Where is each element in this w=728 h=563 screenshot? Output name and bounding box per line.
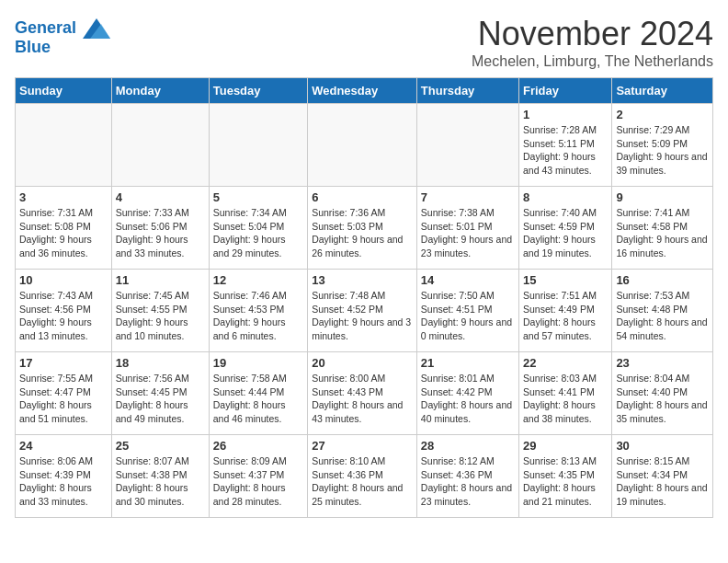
day-info: Sunrise: 7:50 AM Sunset: 4:51 PM Dayligh… xyxy=(421,289,515,343)
day-info: Sunrise: 7:29 AM Sunset: 5:09 PM Dayligh… xyxy=(616,123,709,178)
day-cell: 19Sunrise: 7:58 AM Sunset: 4:44 PM Dayli… xyxy=(209,352,307,435)
day-cell: 23Sunrise: 8:04 AM Sunset: 4:40 PM Dayli… xyxy=(612,352,713,435)
day-info: Sunrise: 7:45 AM Sunset: 4:55 PM Dayligh… xyxy=(116,289,205,343)
day-cell xyxy=(308,104,417,187)
day-info: Sunrise: 8:04 AM Sunset: 4:40 PM Dayligh… xyxy=(616,372,709,426)
header-row: SundayMondayTuesdayWednesdayThursdayFrid… xyxy=(16,78,713,104)
logo-icon xyxy=(83,18,110,39)
col-header-monday: Monday xyxy=(111,78,209,104)
day-info: Sunrise: 8:07 AM Sunset: 4:38 PM Dayligh… xyxy=(116,454,205,509)
day-number: 13 xyxy=(312,273,413,287)
week-row-5: 24Sunrise: 8:06 AM Sunset: 4:39 PM Dayli… xyxy=(16,435,713,518)
day-cell: 9Sunrise: 7:41 AM Sunset: 4:58 PM Daylig… xyxy=(612,187,713,270)
day-info: Sunrise: 8:01 AM Sunset: 4:42 PM Dayligh… xyxy=(421,372,515,426)
day-info: Sunrise: 8:15 AM Sunset: 4:34 PM Dayligh… xyxy=(616,454,709,509)
day-number: 2 xyxy=(616,108,709,121)
day-cell: 18Sunrise: 7:56 AM Sunset: 4:45 PM Dayli… xyxy=(111,352,209,435)
day-number: 29 xyxy=(523,439,608,453)
day-info: Sunrise: 7:33 AM Sunset: 5:06 PM Dayligh… xyxy=(116,206,205,260)
day-cell: 11Sunrise: 7:45 AM Sunset: 4:55 PM Dayli… xyxy=(111,270,209,352)
day-info: Sunrise: 8:13 AM Sunset: 4:35 PM Dayligh… xyxy=(523,454,608,509)
day-cell: 6Sunrise: 7:36 AM Sunset: 5:03 PM Daylig… xyxy=(308,187,417,270)
day-number: 8 xyxy=(523,190,608,204)
day-info: Sunrise: 7:53 AM Sunset: 4:48 PM Dayligh… xyxy=(616,289,709,343)
day-cell: 12Sunrise: 7:46 AM Sunset: 4:53 PM Dayli… xyxy=(209,270,307,352)
day-cell: 25Sunrise: 8:07 AM Sunset: 4:38 PM Dayli… xyxy=(111,435,209,518)
day-info: Sunrise: 8:12 AM Sunset: 4:36 PM Dayligh… xyxy=(421,454,515,509)
day-info: Sunrise: 7:55 AM Sunset: 4:47 PM Dayligh… xyxy=(19,372,108,426)
day-info: Sunrise: 7:28 AM Sunset: 5:11 PM Dayligh… xyxy=(523,123,608,178)
day-number: 20 xyxy=(312,356,413,370)
day-info: Sunrise: 7:43 AM Sunset: 4:56 PM Dayligh… xyxy=(19,289,108,343)
day-number: 21 xyxy=(421,356,515,370)
day-cell: 28Sunrise: 8:12 AM Sunset: 4:36 PM Dayli… xyxy=(416,435,518,518)
day-cell xyxy=(111,104,209,187)
day-number: 19 xyxy=(213,356,303,370)
day-info: Sunrise: 7:51 AM Sunset: 4:49 PM Dayligh… xyxy=(523,289,608,343)
day-cell: 2Sunrise: 7:29 AM Sunset: 5:09 PM Daylig… xyxy=(612,104,713,187)
day-number: 5 xyxy=(213,190,303,204)
day-info: Sunrise: 7:56 AM Sunset: 4:45 PM Dayligh… xyxy=(116,372,205,426)
day-cell: 3Sunrise: 7:31 AM Sunset: 5:08 PM Daylig… xyxy=(16,187,112,270)
day-cell xyxy=(16,104,112,187)
day-number: 7 xyxy=(421,190,515,204)
col-header-friday: Friday xyxy=(519,78,612,104)
day-cell: 29Sunrise: 8:13 AM Sunset: 4:35 PM Dayli… xyxy=(519,435,612,518)
day-info: Sunrise: 7:41 AM Sunset: 4:58 PM Dayligh… xyxy=(616,206,709,260)
day-cell: 4Sunrise: 7:33 AM Sunset: 5:06 PM Daylig… xyxy=(111,187,209,270)
week-row-1: 1Sunrise: 7:28 AM Sunset: 5:11 PM Daylig… xyxy=(16,104,713,187)
day-number: 10 xyxy=(19,273,108,287)
day-info: Sunrise: 8:06 AM Sunset: 4:39 PM Dayligh… xyxy=(19,454,108,509)
day-number: 12 xyxy=(213,273,303,287)
day-cell: 20Sunrise: 8:00 AM Sunset: 4:43 PM Dayli… xyxy=(308,352,417,435)
day-number: 4 xyxy=(116,190,205,204)
week-row-2: 3Sunrise: 7:31 AM Sunset: 5:08 PM Daylig… xyxy=(16,187,713,270)
day-cell: 8Sunrise: 7:40 AM Sunset: 4:59 PM Daylig… xyxy=(519,187,612,270)
month-title: November 2024 xyxy=(472,15,713,53)
week-row-3: 10Sunrise: 7:43 AM Sunset: 4:56 PM Dayli… xyxy=(16,270,713,352)
day-number: 11 xyxy=(116,273,205,287)
day-cell: 13Sunrise: 7:48 AM Sunset: 4:52 PM Dayli… xyxy=(308,270,417,352)
header: General Blue November 2024 Mechelen, Lim… xyxy=(15,15,713,70)
day-info: Sunrise: 7:36 AM Sunset: 5:03 PM Dayligh… xyxy=(312,206,413,260)
day-number: 23 xyxy=(616,356,709,370)
day-cell: 7Sunrise: 7:38 AM Sunset: 5:01 PM Daylig… xyxy=(416,187,518,270)
day-number: 15 xyxy=(523,273,608,287)
day-number: 24 xyxy=(19,439,108,453)
day-cell: 17Sunrise: 7:55 AM Sunset: 4:47 PM Dayli… xyxy=(16,352,112,435)
day-cell xyxy=(209,104,307,187)
col-header-saturday: Saturday xyxy=(612,78,713,104)
day-cell: 5Sunrise: 7:34 AM Sunset: 5:04 PM Daylig… xyxy=(209,187,307,270)
day-number: 18 xyxy=(116,356,205,370)
day-cell: 16Sunrise: 7:53 AM Sunset: 4:48 PM Dayli… xyxy=(612,270,713,352)
day-info: Sunrise: 7:34 AM Sunset: 5:04 PM Dayligh… xyxy=(213,206,303,260)
day-number: 3 xyxy=(19,190,108,204)
day-number: 26 xyxy=(213,439,303,453)
day-cell: 30Sunrise: 8:15 AM Sunset: 4:34 PM Dayli… xyxy=(612,435,713,518)
day-number: 28 xyxy=(421,439,515,453)
day-number: 6 xyxy=(312,190,413,204)
day-info: Sunrise: 7:40 AM Sunset: 4:59 PM Dayligh… xyxy=(523,206,608,260)
day-number: 16 xyxy=(616,273,709,287)
day-info: Sunrise: 8:03 AM Sunset: 4:41 PM Dayligh… xyxy=(523,372,608,426)
day-info: Sunrise: 7:58 AM Sunset: 4:44 PM Dayligh… xyxy=(213,372,303,426)
col-header-wednesday: Wednesday xyxy=(308,78,417,104)
day-number: 22 xyxy=(523,356,608,370)
day-number: 25 xyxy=(116,439,205,453)
day-cell: 22Sunrise: 8:03 AM Sunset: 4:41 PM Dayli… xyxy=(519,352,612,435)
day-info: Sunrise: 7:48 AM Sunset: 4:52 PM Dayligh… xyxy=(312,289,413,343)
col-header-thursday: Thursday xyxy=(416,78,518,104)
day-cell: 27Sunrise: 8:10 AM Sunset: 4:36 PM Dayli… xyxy=(308,435,417,518)
calendar-table: SundayMondayTuesdayWednesdayThursdayFrid… xyxy=(15,77,713,518)
day-cell: 10Sunrise: 7:43 AM Sunset: 4:56 PM Dayli… xyxy=(16,270,112,352)
day-number: 14 xyxy=(421,273,515,287)
logo-blue-text: Blue xyxy=(15,39,110,57)
day-cell: 14Sunrise: 7:50 AM Sunset: 4:51 PM Dayli… xyxy=(416,270,518,352)
day-info: Sunrise: 7:31 AM Sunset: 5:08 PM Dayligh… xyxy=(19,206,108,260)
day-cell xyxy=(416,104,518,187)
day-number: 1 xyxy=(523,108,608,121)
day-info: Sunrise: 7:46 AM Sunset: 4:53 PM Dayligh… xyxy=(213,289,303,343)
day-cell: 15Sunrise: 7:51 AM Sunset: 4:49 PM Dayli… xyxy=(519,270,612,352)
day-info: Sunrise: 8:09 AM Sunset: 4:37 PM Dayligh… xyxy=(213,454,303,509)
logo-text: General xyxy=(15,18,110,39)
